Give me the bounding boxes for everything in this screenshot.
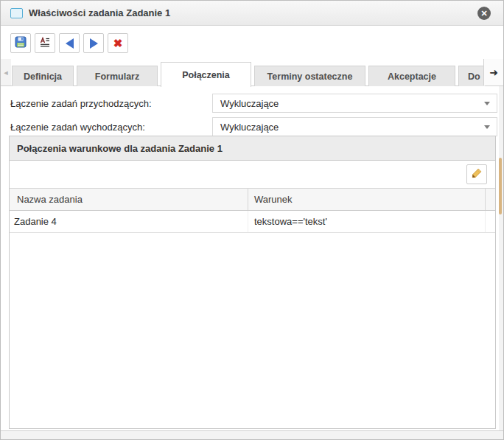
- tab-terminy-ostateczne[interactable]: Terminy ostateczne: [254, 66, 365, 86]
- conditional-connections-panel: Połączenia warunkowe dla zadania Zadanie…: [9, 136, 496, 429]
- tab-scroll-left-icon[interactable]: ◂: [1, 59, 11, 85]
- outgoing-join-label: Łączenie zadań wychodzących:: [10, 122, 145, 133]
- tab-bar: ◂ Definicja Formularz Połączenia Terminy…: [1, 59, 503, 86]
- panel-header: Połączenia warunkowe dla zadania Zadanie…: [10, 136, 495, 161]
- save-button[interactable]: [10, 33, 31, 53]
- right-gutter: [499, 86, 503, 431]
- red-x-icon: ✖: [113, 38, 123, 49]
- chevron-down-icon: [484, 102, 490, 105]
- window-title: Właściwości zadania Zadanie 1: [29, 7, 170, 18]
- cell-condition: tekstowa=='tekst': [248, 211, 486, 232]
- previous-button[interactable]: [59, 33, 80, 53]
- column-header-task-name[interactable]: Nazwa zadania: [10, 189, 248, 210]
- panel-toolbar: [10, 161, 495, 189]
- tab-definicja[interactable]: Definicja: [12, 66, 74, 86]
- next-button[interactable]: [83, 33, 104, 53]
- panel-title: Połączenia warunkowe dla zadania Zadanie…: [17, 143, 223, 154]
- cell-task-name: Zadanie 4: [10, 211, 248, 232]
- close-icon[interactable]: ✕: [477, 7, 491, 20]
- edit-properties-button[interactable]: [35, 33, 55, 53]
- window-bottom-edge: [1, 430, 503, 439]
- outgoing-join-value: Wykluczające: [220, 122, 279, 133]
- arrow-left-icon: [66, 38, 74, 49]
- task-properties-dialog: Właściwości zadania Zadanie 1 ✕: [0, 0, 504, 440]
- edit-connection-button[interactable]: [466, 164, 487, 184]
- incoming-join-label: Łączenie zadań przychodzących:: [10, 98, 152, 109]
- window-icon: [10, 8, 23, 18]
- tab-akceptacje[interactable]: Akceptacje: [368, 66, 455, 86]
- delete-button[interactable]: ✖: [108, 33, 128, 53]
- save-floppy-icon: [15, 36, 27, 51]
- cell-spacer: [486, 211, 495, 232]
- tab-do-truncated[interactable]: Do: [458, 66, 486, 86]
- incoming-join-value: Wykluczające: [220, 98, 279, 109]
- vertical-scrollbar-thumb[interactable]: [499, 158, 502, 214]
- pencil-icon: [471, 167, 483, 182]
- grid-header: Nazwa zadania Warunek: [10, 189, 495, 211]
- incoming-join-select[interactable]: Wykluczające: [212, 94, 497, 113]
- text-lines-icon: [39, 36, 51, 51]
- tab-scroll-right-icon[interactable]: ➜: [483, 59, 503, 85]
- table-row[interactable]: Zadanie 4 tekstowa=='tekst': [10, 211, 495, 233]
- title-bar: Właściwości zadania Zadanie 1 ✕: [1, 1, 503, 26]
- tab-formularz[interactable]: Formularz: [77, 66, 158, 86]
- column-header-spacer: [486, 189, 495, 210]
- column-header-condition[interactable]: Warunek: [248, 189, 486, 210]
- outgoing-join-select[interactable]: Wykluczające: [212, 117, 497, 136]
- tab-polaczenia[interactable]: Połączenia: [161, 62, 251, 87]
- dialog-toolbar: ✖: [1, 26, 503, 59]
- arrow-right-icon: [90, 38, 98, 49]
- chevron-down-icon: [484, 125, 490, 129]
